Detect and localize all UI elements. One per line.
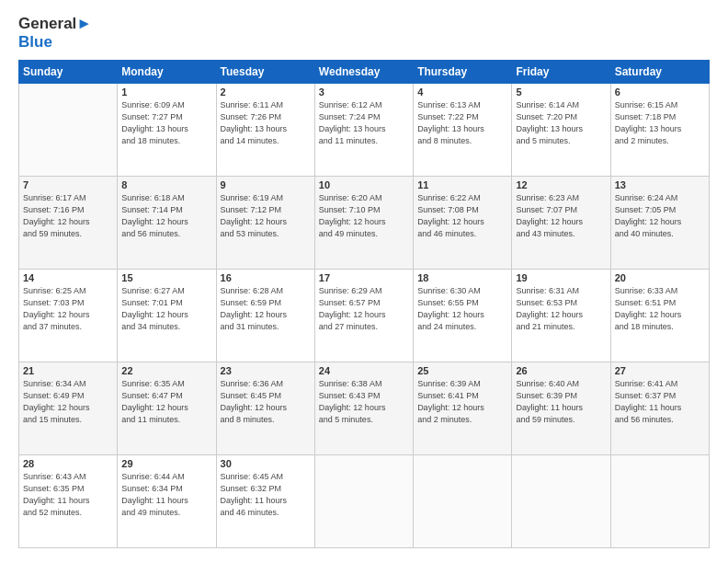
day-info: Sunrise: 6:15 AMSunset: 7:18 PMDaylight:…: [615, 99, 705, 147]
day-number: 12: [516, 179, 606, 190]
day-number: 11: [417, 179, 507, 190]
day-info: Sunrise: 6:30 AMSunset: 6:55 PMDaylight:…: [417, 285, 507, 333]
calendar-cell: 1Sunrise: 6:09 AMSunset: 7:27 PMDaylight…: [118, 84, 216, 177]
day-info: Sunrise: 6:31 AMSunset: 6:53 PMDaylight:…: [516, 285, 606, 333]
calendar-week-row: 1Sunrise: 6:09 AMSunset: 7:27 PMDaylight…: [19, 84, 710, 177]
logo-line2: Blue: [18, 33, 92, 52]
day-number: 15: [121, 272, 211, 283]
day-number: 19: [516, 272, 606, 283]
day-number: 14: [23, 272, 113, 283]
day-number: 10: [319, 179, 409, 190]
day-info: Sunrise: 6:45 AMSunset: 6:32 PMDaylight:…: [221, 471, 311, 519]
calendar-cell: 9Sunrise: 6:19 AMSunset: 7:12 PMDaylight…: [216, 177, 314, 270]
calendar-cell: [314, 454, 413, 547]
day-info: Sunrise: 6:36 AMSunset: 6:45 PMDaylight:…: [221, 378, 311, 426]
calendar-header-wednesday: Wednesday: [314, 61, 413, 84]
calendar-cell: 14Sunrise: 6:25 AMSunset: 7:03 PMDayligh…: [19, 270, 118, 362]
day-info: Sunrise: 6:33 AMSunset: 6:51 PMDaylight:…: [615, 285, 705, 333]
day-info: Sunrise: 6:17 AMSunset: 7:16 PMDaylight:…: [23, 192, 113, 240]
calendar-cell: 18Sunrise: 6:30 AMSunset: 6:55 PMDayligh…: [414, 270, 512, 362]
day-number: 27: [615, 365, 705, 376]
day-info: Sunrise: 6:14 AMSunset: 7:20 PMDaylight:…: [516, 99, 606, 147]
logo: General► Blue: [18, 15, 92, 51]
calendar-header-thursday: Thursday: [414, 61, 512, 84]
calendar-cell: 30Sunrise: 6:45 AMSunset: 6:32 PMDayligh…: [216, 454, 314, 547]
calendar-cell: 2Sunrise: 6:11 AMSunset: 7:26 PMDaylight…: [216, 84, 314, 177]
day-number: 5: [516, 86, 606, 98]
calendar-cell: 16Sunrise: 6:28 AMSunset: 6:59 PMDayligh…: [216, 270, 314, 362]
day-info: Sunrise: 6:43 AMSunset: 6:35 PMDaylight:…: [23, 471, 113, 519]
day-number: 9: [221, 179, 311, 190]
calendar-cell: 21Sunrise: 6:34 AMSunset: 6:49 PMDayligh…: [19, 362, 118, 455]
calendar-table: SundayMondayTuesdayWednesdayThursdayFrid…: [18, 60, 710, 548]
logo-line1: General►: [18, 15, 92, 33]
calendar-cell: 20Sunrise: 6:33 AMSunset: 6:51 PMDayligh…: [610, 270, 709, 362]
header: General► Blue: [18, 15, 710, 51]
calendar-header-friday: Friday: [512, 61, 610, 84]
day-number: 4: [417, 86, 507, 98]
day-info: Sunrise: 6:22 AMSunset: 7:08 PMDaylight:…: [417, 192, 507, 240]
calendar-cell: 25Sunrise: 6:39 AMSunset: 6:41 PMDayligh…: [414, 362, 512, 455]
calendar-cell: [512, 454, 610, 547]
day-info: Sunrise: 6:11 AMSunset: 7:26 PMDaylight:…: [221, 99, 311, 147]
day-number: 13: [615, 179, 705, 190]
day-number: 8: [121, 179, 211, 190]
calendar-cell: [414, 454, 512, 547]
day-number: 16: [221, 272, 311, 283]
day-number: 25: [417, 365, 507, 376]
day-info: Sunrise: 6:27 AMSunset: 7:01 PMDaylight:…: [121, 285, 211, 333]
calendar-cell: [19, 84, 118, 177]
day-number: 1: [121, 86, 211, 98]
day-number: 2: [221, 86, 311, 98]
day-number: 18: [417, 272, 507, 283]
calendar-header-sunday: Sunday: [19, 61, 118, 84]
calendar-cell: 26Sunrise: 6:40 AMSunset: 6:39 PMDayligh…: [512, 362, 610, 455]
calendar-header-row: SundayMondayTuesdayWednesdayThursdayFrid…: [19, 61, 710, 84]
day-info: Sunrise: 6:41 AMSunset: 6:37 PMDaylight:…: [615, 378, 705, 426]
day-info: Sunrise: 6:40 AMSunset: 6:39 PMDaylight:…: [516, 378, 606, 426]
calendar-cell: 27Sunrise: 6:41 AMSunset: 6:37 PMDayligh…: [610, 362, 709, 455]
calendar-week-row: 14Sunrise: 6:25 AMSunset: 7:03 PMDayligh…: [19, 270, 710, 362]
day-info: Sunrise: 6:25 AMSunset: 7:03 PMDaylight:…: [23, 285, 113, 333]
calendar-cell: 12Sunrise: 6:23 AMSunset: 7:07 PMDayligh…: [512, 177, 610, 270]
calendar-cell: 23Sunrise: 6:36 AMSunset: 6:45 PMDayligh…: [216, 362, 314, 455]
calendar-week-row: 21Sunrise: 6:34 AMSunset: 6:49 PMDayligh…: [19, 362, 710, 455]
calendar-cell: 10Sunrise: 6:20 AMSunset: 7:10 PMDayligh…: [314, 177, 413, 270]
day-number: 22: [121, 365, 211, 376]
calendar-cell: 4Sunrise: 6:13 AMSunset: 7:22 PMDaylight…: [414, 84, 512, 177]
day-number: 28: [23, 458, 113, 469]
day-number: 3: [319, 86, 409, 98]
day-number: 7: [23, 179, 113, 190]
calendar-cell: 19Sunrise: 6:31 AMSunset: 6:53 PMDayligh…: [512, 270, 610, 362]
day-info: Sunrise: 6:28 AMSunset: 6:59 PMDaylight:…: [221, 285, 311, 333]
day-info: Sunrise: 6:09 AMSunset: 7:27 PMDaylight:…: [121, 99, 211, 147]
day-number: 6: [615, 86, 705, 98]
day-number: 20: [615, 272, 705, 283]
page: General► Blue SundayMondayTuesdayWednesd…: [0, 0, 728, 563]
day-info: Sunrise: 6:13 AMSunset: 7:22 PMDaylight:…: [417, 99, 507, 147]
day-info: Sunrise: 6:23 AMSunset: 7:07 PMDaylight:…: [516, 192, 606, 240]
day-info: Sunrise: 6:39 AMSunset: 6:41 PMDaylight:…: [417, 378, 507, 426]
calendar-cell: 13Sunrise: 6:24 AMSunset: 7:05 PMDayligh…: [610, 177, 709, 270]
calendar-cell: 24Sunrise: 6:38 AMSunset: 6:43 PMDayligh…: [314, 362, 413, 455]
day-number: 24: [319, 365, 409, 376]
day-number: 23: [221, 365, 311, 376]
calendar-header-saturday: Saturday: [610, 61, 709, 84]
day-info: Sunrise: 6:19 AMSunset: 7:12 PMDaylight:…: [221, 192, 311, 240]
day-info: Sunrise: 6:18 AMSunset: 7:14 PMDaylight:…: [121, 192, 211, 240]
day-info: Sunrise: 6:35 AMSunset: 6:47 PMDaylight:…: [121, 378, 211, 426]
day-number: 29: [121, 458, 211, 469]
calendar-week-row: 28Sunrise: 6:43 AMSunset: 6:35 PMDayligh…: [19, 454, 710, 547]
calendar-cell: 5Sunrise: 6:14 AMSunset: 7:20 PMDaylight…: [512, 84, 610, 177]
day-info: Sunrise: 6:44 AMSunset: 6:34 PMDaylight:…: [121, 471, 211, 519]
calendar-cell: 3Sunrise: 6:12 AMSunset: 7:24 PMDaylight…: [314, 84, 413, 177]
calendar-cell: 6Sunrise: 6:15 AMSunset: 7:18 PMDaylight…: [610, 84, 709, 177]
calendar-cell: 15Sunrise: 6:27 AMSunset: 7:01 PMDayligh…: [118, 270, 216, 362]
calendar-cell: 29Sunrise: 6:44 AMSunset: 6:34 PMDayligh…: [118, 454, 216, 547]
day-number: 26: [516, 365, 606, 376]
day-info: Sunrise: 6:20 AMSunset: 7:10 PMDaylight:…: [319, 192, 409, 240]
calendar-header-tuesday: Tuesday: [216, 61, 314, 84]
calendar-cell: 11Sunrise: 6:22 AMSunset: 7:08 PMDayligh…: [414, 177, 512, 270]
calendar-cell: 22Sunrise: 6:35 AMSunset: 6:47 PMDayligh…: [118, 362, 216, 455]
day-info: Sunrise: 6:38 AMSunset: 6:43 PMDaylight:…: [319, 378, 409, 426]
